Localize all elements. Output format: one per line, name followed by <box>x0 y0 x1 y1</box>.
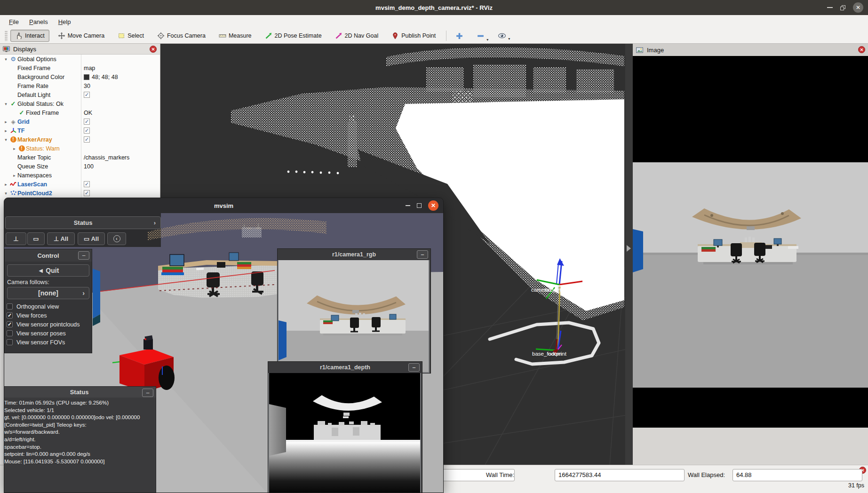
display-value[interactable]: 30 <box>84 81 90 90</box>
panel-splitter[interactable] <box>625 44 633 465</box>
tool-2d-nav-goal[interactable]: 2D Nav Goal <box>330 30 383 42</box>
menu-help[interactable]: Help <box>54 16 75 27</box>
displays-header[interactable]: Displays ✕ <box>0 44 160 55</box>
wall-elapsed-input[interactable]: 64.88 <box>733 469 862 481</box>
tool-select[interactable]: Select <box>113 30 149 42</box>
mvsim-status-button[interactable]: Status › <box>5 216 161 229</box>
display-row-tf[interactable]: ▸TF <box>0 126 160 135</box>
display-row-pointcloud2[interactable]: ▾PointCloud2 <box>0 189 160 198</box>
display-value[interactable] <box>84 126 90 135</box>
camera-target-dropdown[interactable]: [none] › <box>7 287 89 299</box>
option-view-forces[interactable]: View forces <box>7 311 91 320</box>
display-value[interactable] <box>84 189 90 198</box>
tool-move-camera[interactable]: Move Camera <box>53 30 110 42</box>
close-icon[interactable]: ✕ <box>853 2 863 13</box>
mvsim-status-minimize-button[interactable]: – <box>142 389 153 397</box>
display-row-namespaces[interactable]: ▸Namespaces <box>0 171 160 180</box>
display-row-global-status-ok[interactable]: ▾✓Global Status: Ok <box>0 99 160 108</box>
enabled-checkbox[interactable] <box>84 190 90 196</box>
quit-button[interactable]: ◄ Quit <box>7 264 89 277</box>
mvsim-maximize-icon[interactable] <box>417 203 422 208</box>
tool-measure[interactable]: Measure <box>214 30 256 42</box>
mvsim-minimize-icon[interactable] <box>406 205 410 206</box>
option-view-sensor-fovs[interactable]: View sensor FOVs <box>7 338 91 347</box>
displays-close-icon[interactable]: ✕ <box>150 46 157 53</box>
display-value[interactable] <box>84 135 90 144</box>
tool-zoom-in[interactable] <box>451 30 468 42</box>
display-row-background-color[interactable]: Background Color48; 48; 48 <box>0 72 160 81</box>
display-row-frame-rate[interactable]: Frame Rate30 <box>0 81 160 90</box>
checkbox[interactable] <box>7 321 13 327</box>
display-row-markerarray[interactable]: ▾!MarkerArray <box>0 135 160 144</box>
dock-button-2[interactable]: ⊥ All <box>47 232 75 245</box>
image-panel-close-icon[interactable]: ✕ <box>858 46 865 53</box>
tree-expand-icon[interactable]: ▸ <box>11 173 17 178</box>
tool-interact[interactable]: Interact <box>10 30 49 42</box>
tree-expand-icon[interactable]: ▸ <box>3 119 9 124</box>
tree-expand-icon[interactable]: ▸ <box>3 128 9 133</box>
option-orthogonal-view[interactable]: Orthogonal view <box>7 302 91 311</box>
tree-expand-icon[interactable]: ▸ <box>3 182 9 187</box>
toolbar-drag-handle[interactable] <box>5 31 8 41</box>
display-row-queue-size[interactable]: Queue Size100 <box>0 162 160 171</box>
menu-file[interactable]: File <box>5 16 23 27</box>
display-value[interactable] <box>84 117 90 126</box>
dock-button-1[interactable]: ▭ <box>27 232 45 245</box>
menu-panels[interactable]: Panels <box>25 16 52 27</box>
checkbox[interactable] <box>7 330 13 336</box>
display-row-global-options[interactable]: ▾⚙Global Options <box>0 55 160 64</box>
display-row-marker-topic[interactable]: Marker Topic/chassis_markers <box>0 153 160 162</box>
mvsim-close-icon[interactable]: ✕ <box>428 200 438 211</box>
display-value[interactable]: map <box>84 64 95 72</box>
restore-icon[interactable] <box>840 5 845 10</box>
dock-button-3[interactable]: ▭ All <box>78 232 105 245</box>
tree-expand-icon[interactable]: ▾ <box>3 57 9 62</box>
mvsim-titlebar[interactable]: mvsim ✕ <box>4 198 443 213</box>
display-row-default-light[interactable]: Default Light <box>0 90 160 99</box>
display-row-fixed-frame[interactable]: Fixed Framemap <box>0 64 160 72</box>
display-value[interactable]: /chassis_markers <box>84 153 129 162</box>
rgb-camera-minimize-button[interactable]: – <box>417 250 428 259</box>
tree-expand-icon[interactable]: ▾ <box>3 102 9 106</box>
display-row-grid[interactable]: ▸◈Grid <box>0 117 160 126</box>
minimize-icon[interactable] <box>827 7 833 8</box>
display-row-fixed-frame[interactable]: ✓Fixed FrameOK <box>0 108 160 117</box>
tree-expand-icon[interactable]: ▾ <box>3 191 9 196</box>
option-view-sensor-pointclouds[interactable]: View sensor pointclouds <box>7 320 91 329</box>
display-value[interactable] <box>84 90 90 99</box>
tree-expand-icon[interactable]: ▸ <box>11 146 17 151</box>
display-value[interactable]: OK <box>84 108 92 117</box>
checkbox[interactable] <box>7 303 13 310</box>
tool-focus-camera[interactable]: Focus Camera <box>152 30 210 42</box>
splitter-arrow-icon[interactable] <box>627 245 631 252</box>
tool-2d-pose-estimate[interactable]: 2D Pose Estimate <box>260 30 326 42</box>
checkbox[interactable] <box>7 339 13 345</box>
enabled-checkbox[interactable] <box>84 181 90 187</box>
enabled-checkbox[interactable] <box>84 127 90 134</box>
image-panel-header[interactable]: Image ✕ <box>633 44 868 56</box>
display-row-status-warn[interactable]: ▸!Status: Warn <box>0 144 160 153</box>
mvsim-viewport[interactable]: Status › ⊥▭⊥ All▭ All‹ Control – ◄ Quit … <box>4 213 443 493</box>
wall-time-input[interactable]: 1664277583.44 <box>555 469 685 481</box>
mvsim-status-panel-header[interactable]: Status – <box>4 387 156 398</box>
display-value[interactable]: 100 <box>84 162 94 171</box>
checkbox[interactable] <box>7 312 13 318</box>
depth-camera-minimize-button[interactable]: – <box>408 363 420 372</box>
tool-publish-point[interactable]: Publish Point <box>387 30 440 42</box>
enabled-checkbox[interactable] <box>84 136 90 143</box>
display-value[interactable] <box>84 180 90 189</box>
display-row-laserscan[interactable]: ▸LaserScan <box>0 180 160 189</box>
enabled-checkbox[interactable] <box>84 119 90 125</box>
depth-camera-titlebar[interactable]: r1/camera1_depth – <box>268 362 422 373</box>
tool-zoom-out[interactable]: ▾ <box>472 30 489 42</box>
control-panel-header[interactable]: Control – <box>5 249 92 262</box>
tool-eye[interactable]: ▾ <box>494 30 510 41</box>
dock-button-0[interactable]: ⊥ <box>6 232 26 245</box>
enabled-checkbox[interactable] <box>84 92 90 98</box>
rgb-camera-titlebar[interactable]: r1/camera1_rgb – <box>278 249 430 260</box>
dock-button-4[interactable]: ‹ <box>107 232 126 245</box>
display-value[interactable]: 48; 48; 48 <box>84 72 118 81</box>
control-minimize-button[interactable]: – <box>78 251 89 260</box>
option-view-sensor-poses[interactable]: View sensor poses <box>7 329 91 338</box>
tree-expand-icon[interactable]: ▾ <box>3 137 9 142</box>
